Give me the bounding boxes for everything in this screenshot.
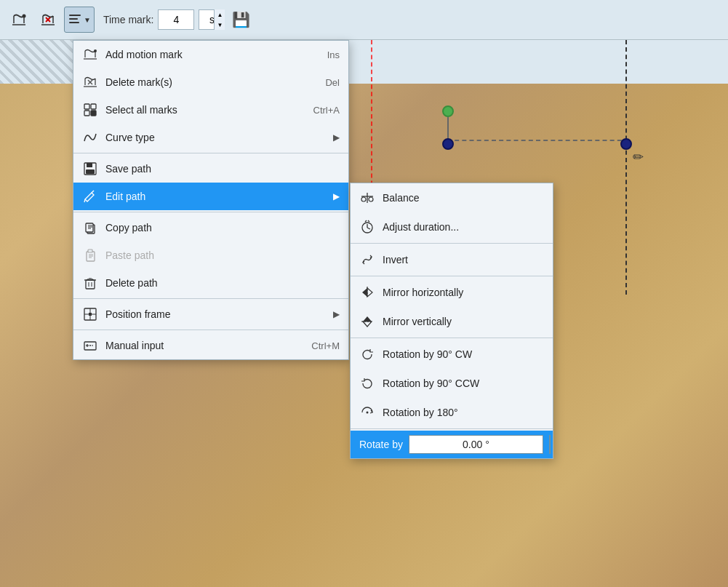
menu-item-paste-path: Paste path bbox=[73, 241, 348, 269]
menu-item-curve-type-label: Curve type bbox=[105, 132, 326, 143]
mirror-horizontally-icon bbox=[359, 284, 375, 300]
svg-rect-10 bbox=[69, 18, 78, 20]
submenu-invert-label: Invert bbox=[383, 254, 544, 265]
menu-item-manual-input[interactable]: Manual input Ctrl+M bbox=[73, 332, 348, 359]
rotate-by-label: Rotate by bbox=[359, 439, 403, 450]
menu-item-delete-marks[interactable]: Delete mark(s) Del bbox=[73, 68, 348, 96]
rotation-90-cw-icon bbox=[359, 346, 375, 362]
menu-item-manual-input-shortcut: Ctrl+M bbox=[311, 340, 340, 351]
submenu-divider-1 bbox=[351, 243, 553, 244]
submenu-item-adjust-duration[interactable]: Adjust duration... bbox=[351, 212, 553, 241]
svg-rect-21 bbox=[84, 104, 89, 109]
svg-line-39 bbox=[365, 220, 367, 222]
svg-line-29 bbox=[84, 199, 85, 202]
submenu-rotation-180-label: Rotation by 180° bbox=[383, 407, 544, 418]
menu-item-save-path-label: Save path bbox=[105, 163, 340, 175]
menu-divider-4 bbox=[73, 330, 348, 330]
menu-item-edit-path[interactable]: Edit path ▶ Balance bbox=[73, 183, 348, 210]
rotate-spinner: ▲ ▼ bbox=[549, 435, 551, 454]
timeline-node-dark-left[interactable] bbox=[442, 138, 454, 150]
black-dashed-line bbox=[625, 40, 627, 295]
unit-spin-up[interactable]: ▲ bbox=[215, 9, 225, 20]
submenu-item-mirror-v[interactable]: Mirror vertically bbox=[351, 307, 553, 336]
rotate-by-input[interactable] bbox=[409, 435, 543, 454]
adjust-duration-icon bbox=[359, 219, 375, 235]
submenu-mirror-h-label: Mirror horizontally bbox=[383, 287, 544, 298]
svg-rect-24 bbox=[91, 111, 96, 116]
svg-rect-49 bbox=[86, 223, 93, 232]
svg-rect-22 bbox=[91, 104, 96, 109]
timeline-stripe bbox=[0, 40, 73, 84]
submenu-item-invert[interactable]: Invert bbox=[351, 245, 553, 274]
rotation-90-ccw-icon bbox=[359, 375, 375, 391]
marks-dropdown-btn[interactable]: ▼ bbox=[64, 7, 95, 33]
svg-marker-42 bbox=[362, 288, 367, 297]
menu-item-delete-path[interactable]: Delete path bbox=[73, 269, 348, 297]
submenu-item-rotation-90-ccw[interactable]: Rotation by 90° CCW bbox=[351, 369, 553, 398]
rotate-spin-up[interactable]: ▲ bbox=[550, 436, 551, 444]
svg-rect-11 bbox=[69, 22, 79, 23]
svg-line-38 bbox=[367, 228, 370, 229]
submenu-divider-3 bbox=[351, 338, 553, 338]
save-button[interactable]: 💾 bbox=[229, 8, 252, 31]
edit-path-submenu: Balance Adjust duration... bbox=[350, 183, 553, 459]
time-mark-input[interactable] bbox=[158, 9, 194, 30]
menu-divider-2 bbox=[73, 212, 348, 212]
rotate-by-row: Rotate by ▲ ▼ bbox=[351, 431, 553, 458]
menu-item-select-all-marks-shortcut: Ctrl+A bbox=[313, 105, 340, 116]
time-mark-label: Time mark: bbox=[103, 14, 153, 25]
position-frame-icon bbox=[82, 306, 98, 322]
svg-rect-68 bbox=[89, 313, 92, 316]
submenu-divider-4 bbox=[351, 428, 553, 429]
submenu-item-balance[interactable]: Balance bbox=[351, 183, 553, 212]
save-path-icon bbox=[82, 161, 98, 177]
copy-path-icon bbox=[82, 220, 98, 236]
rotation-180-icon bbox=[359, 404, 375, 420]
svg-rect-58 bbox=[86, 280, 95, 289]
menu-item-paste-path-label: Paste path bbox=[105, 249, 340, 261]
timeline-node-dark-right[interactable] bbox=[620, 138, 632, 150]
time-mark-area: Time mark: ▲ ▼ 💾 bbox=[103, 8, 252, 31]
menu-item-copy-path[interactable]: Copy path bbox=[73, 214, 348, 241]
menu-item-position-frame[interactable]: Position frame ▶ bbox=[73, 300, 348, 328]
submenu-balance-label: Balance bbox=[383, 192, 544, 204]
submenu-rotation-90-ccw-label: Rotation by 90° CCW bbox=[383, 378, 544, 389]
submenu-divider-2 bbox=[351, 276, 553, 276]
submenu-item-rotation-180[interactable]: Rotation by 180° bbox=[351, 398, 553, 427]
svg-marker-43 bbox=[367, 288, 372, 297]
menu-item-add-motion-mark[interactable]: Add motion mark Ins bbox=[73, 41, 348, 68]
unit-spin-down[interactable]: ▼ bbox=[215, 20, 225, 30]
menu-item-save-path[interactable]: Save path bbox=[73, 155, 348, 183]
svg-marker-45 bbox=[363, 316, 372, 322]
svg-rect-23 bbox=[84, 111, 89, 116]
submenu-item-mirror-h[interactable]: Mirror horizontally bbox=[351, 278, 553, 307]
main-dropdown-menu: Add motion mark Ins Delete mark(s) Del bbox=[73, 40, 349, 360]
svg-point-32 bbox=[361, 197, 366, 201]
mirror-vertically-icon bbox=[359, 314, 375, 330]
add-motion-mark-toolbar-btn[interactable] bbox=[6, 7, 32, 33]
delete-mark-toolbar-btn[interactable] bbox=[35, 7, 61, 33]
balance-icon bbox=[359, 190, 375, 206]
curve-type-icon bbox=[82, 129, 98, 145]
toolbar: ▼ Time mark: ▲ ▼ 💾 bbox=[0, 0, 728, 40]
menu-item-select-all-marks-label: Select all marks bbox=[105, 104, 306, 116]
menu-item-copy-path-label: Copy path bbox=[105, 222, 340, 233]
menu-item-curve-type[interactable]: Curve type ▶ bbox=[73, 124, 348, 151]
red-dashed-line bbox=[371, 40, 372, 200]
submenu-item-rotation-90-cw[interactable]: Rotation by 90° CW bbox=[351, 340, 553, 369]
svg-rect-54 bbox=[88, 249, 92, 252]
menu-item-manual-input-label: Manual input bbox=[105, 340, 304, 351]
menu-item-select-all-marks[interactable]: Select all marks Ctrl+A bbox=[73, 96, 348, 124]
rotate-spin-down[interactable]: ▼ bbox=[550, 444, 551, 453]
menu-item-delete-marks-shortcut: Del bbox=[325, 77, 340, 88]
menu-item-delete-marks-label: Delete mark(s) bbox=[105, 76, 318, 88]
timeline-node-green[interactable] bbox=[442, 105, 454, 117]
menu-item-edit-path-label: Edit path bbox=[105, 191, 326, 202]
invert-icon bbox=[359, 252, 375, 268]
paste-path-icon bbox=[82, 247, 98, 263]
submenu-adjust-duration-label: Adjust duration... bbox=[383, 221, 544, 233]
delete-path-icon bbox=[82, 275, 98, 291]
delete-marks-icon bbox=[82, 74, 98, 90]
svg-rect-26 bbox=[87, 163, 92, 167]
svg-point-33 bbox=[369, 197, 373, 201]
